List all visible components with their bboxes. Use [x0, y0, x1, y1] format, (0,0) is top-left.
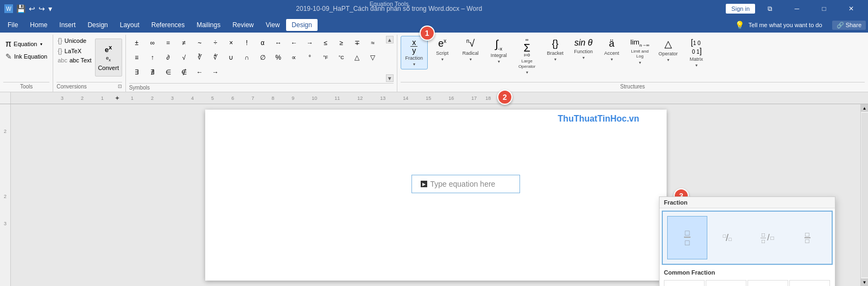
- search-tell-me[interactable]: Tell me what you want to do: [749, 22, 822, 28]
- symbol-fourthrt[interactable]: ∜: [208, 50, 223, 65]
- symbol-notequal[interactable]: ≠: [176, 36, 192, 50]
- function-button[interactable]: sin θ Function ▾: [570, 36, 597, 62]
- matrix-button[interactable]: [1 00 1] Matrix ▾: [683, 36, 710, 70]
- close-button[interactable]: ✕: [839, 0, 864, 17]
- sign-in-button[interactable]: Sign in: [726, 4, 755, 14]
- symbols-scroll-up[interactable]: ▲: [386, 36, 394, 43]
- latex-button[interactable]: {} LaTeX: [56, 46, 93, 55]
- symbol-equals[interactable]: =: [161, 36, 176, 50]
- large-operator-label: LargeOperator: [518, 59, 536, 69]
- symbol-degf[interactable]: °F: [318, 50, 333, 65]
- fraction-slash-stacked[interactable]: □ □ / □: [747, 216, 788, 259]
- main-content: 2 2 3 ThuThuatTinHoc.vn ▶ Type equation …: [0, 104, 868, 286]
- menu-mailings[interactable]: Mailings: [191, 19, 226, 31]
- accent-button[interactable]: ä Accent ▾: [598, 36, 625, 64]
- symbol-times[interactable]: ×: [224, 36, 239, 50]
- symbol-empty[interactable]: ∅: [255, 50, 270, 65]
- symbol-tilde[interactable]: ~: [192, 36, 207, 50]
- symbol-in[interactable]: ∈: [161, 65, 176, 79]
- fraction-slash[interactable]: □ / □: [707, 216, 747, 259]
- symbol-leq[interactable]: ≤: [318, 36, 333, 50]
- menu-references[interactable]: References: [146, 19, 190, 31]
- fraction-deltay-deltax[interactable]: Δy Δx: [706, 280, 746, 286]
- ink-equation-button[interactable]: ✎ Ink Equation: [3, 51, 49, 62]
- symbol-alpha[interactable]: α: [255, 36, 270, 50]
- fraction-button[interactable]: x y Fraction ▾ 1: [401, 36, 428, 69]
- convert-button[interactable]: ex ex Convert: [95, 39, 122, 77]
- radical-dropdown-arrow: ▾: [470, 57, 472, 62]
- conversions-expand-icon[interactable]: ⊡: [118, 84, 122, 90]
- scroll-down-button[interactable]: ▼: [861, 278, 869, 286]
- symbol-leftrightarrow[interactable]: ↔: [271, 36, 286, 50]
- fraction-stacked[interactable]: □ □: [667, 216, 707, 259]
- symbol-triangle-up[interactable]: △: [350, 50, 365, 65]
- symbol-union[interactable]: ∪: [224, 50, 239, 65]
- symbol-exists[interactable]: ∃: [129, 65, 144, 79]
- minimize-button[interactable]: ─: [784, 0, 809, 17]
- symbol-percent[interactable]: %: [271, 50, 286, 65]
- symbol-leftarrow[interactable]: ←: [287, 36, 302, 50]
- radical-button[interactable]: n√ Radical ▾: [457, 36, 484, 64]
- abc-text-button[interactable]: abc abc Text: [56, 56, 93, 64]
- menu-insert[interactable]: Insert: [54, 19, 81, 31]
- vertical-scrollbar[interactable]: ▲ ▼: [860, 104, 868, 286]
- symbol-infinity[interactable]: ∞: [145, 36, 160, 50]
- menu-layout[interactable]: Layout: [115, 19, 145, 31]
- more-icon[interactable]: ▾: [48, 4, 52, 13]
- large-operator-button[interactable]: ∞ Σ i=0 LargeOperator ▾: [514, 36, 541, 77]
- fraction-deltasy-deltasx[interactable]: δy δx: [789, 280, 830, 286]
- symbol-degree[interactable]: °: [302, 50, 318, 65]
- symbol-rarr2[interactable]: →: [208, 65, 223, 79]
- menu-view[interactable]: View: [261, 19, 286, 31]
- symbol-rightarrow[interactable]: →: [302, 36, 318, 50]
- symbol-prop[interactable]: ∝: [287, 50, 302, 65]
- symbol-notexists[interactable]: ∄: [145, 65, 160, 79]
- redo-icon[interactable]: ↪: [39, 4, 45, 13]
- symbol-minusplus[interactable]: ∓: [350, 36, 365, 50]
- script-button[interactable]: ex Script ▾: [429, 36, 456, 64]
- equation-box[interactable]: ▶ Type equation here: [411, 175, 520, 193]
- symbol-cbrt[interactable]: ∛: [192, 50, 207, 65]
- menu-file[interactable]: File: [2, 19, 23, 31]
- unicode-button[interactable]: {} Unicode: [56, 36, 93, 45]
- watermark: ThuThuatTinHoc.vn: [558, 114, 639, 124]
- symbol-equiv[interactable]: ≡: [129, 50, 144, 65]
- symbol-sqrt[interactable]: √: [176, 50, 192, 65]
- maximize-button[interactable]: □: [812, 0, 837, 17]
- symbol-exclaim[interactable]: !: [239, 36, 255, 50]
- symbol-degc[interactable]: °C: [334, 50, 349, 65]
- scroll-up-button[interactable]: ▲: [861, 104, 869, 112]
- symbol-nabla[interactable]: ▽: [365, 50, 381, 65]
- restore-down-icon[interactable]: ⧉: [757, 0, 782, 17]
- equation-placeholder[interactable]: Type equation here: [430, 180, 496, 188]
- operator-dropdown-arrow: ▾: [667, 58, 669, 62]
- menu-equation-design[interactable]: Design: [286, 19, 317, 31]
- symbol-divide[interactable]: ÷: [208, 36, 223, 50]
- equation-button[interactable]: π Equation ▾: [3, 38, 45, 50]
- symbol-larr2[interactable]: ←: [192, 65, 207, 79]
- symbol-partial[interactable]: ∂: [161, 50, 176, 65]
- save-icon[interactable]: 💾: [16, 4, 26, 13]
- symbol-uparrow[interactable]: ↑: [145, 50, 160, 65]
- symbol-geq[interactable]: ≥: [334, 36, 349, 50]
- integral-button[interactable]: ∫-x Integral ▾: [485, 36, 512, 66]
- operator-button[interactable]: △ Operator ▾: [655, 36, 682, 65]
- fraction-dy-dx[interactable]: dy dx: [664, 280, 705, 286]
- undo-icon[interactable]: ↩: [29, 4, 35, 13]
- menu-home[interactable]: Home: [24, 19, 53, 31]
- menu-review[interactable]: Review: [227, 19, 259, 31]
- bracket-button[interactable]: {} Bracket ▾: [542, 36, 569, 64]
- symbols-scroll-down[interactable]: ▼: [386, 74, 394, 82]
- matrix-label: Matrix: [689, 56, 703, 62]
- fraction-skewed[interactable]: □ □: [787, 216, 827, 259]
- fraction-partialy-partialx[interactable]: ∂y ∂x: [747, 280, 788, 286]
- share-button[interactable]: 🔗 Share: [832, 21, 866, 30]
- symbol-notin[interactable]: ∉: [176, 65, 192, 79]
- limit-log-button[interactable]: limn→∞ Limit andLog ▾: [626, 36, 654, 67]
- symbol-approx[interactable]: ≈: [365, 36, 381, 50]
- equation-handle[interactable]: ▶: [421, 181, 427, 187]
- fraction-slash-display: □ / □: [723, 232, 732, 244]
- symbol-intersect[interactable]: ∩: [239, 50, 255, 65]
- menu-design[interactable]: Design: [82, 19, 113, 31]
- symbol-plusminus[interactable]: ±: [129, 36, 144, 50]
